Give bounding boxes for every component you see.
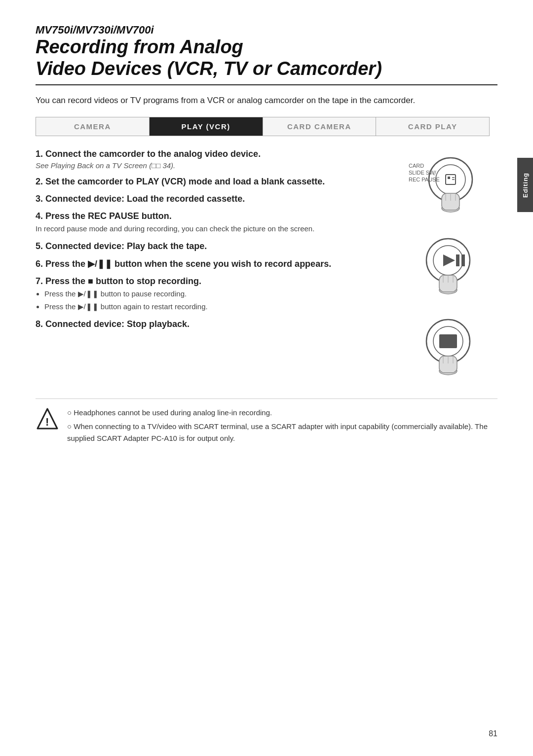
page-number: 81 [489,729,497,738]
step-7-title: 7. Press the ■ button to stop recording. [36,276,384,287]
step-7-bullets: Press the ▶/❚❚ button to pause recording… [44,288,384,312]
play-pause-image-box [409,235,488,304]
step-6: 6. Press the ▶/❚❚ button when the scene … [36,258,384,269]
step-4-title: 4. Press the REC PAUSE button. [36,211,384,221]
page: Editing MV750i/MV730i/MV700i Recording f… [0,0,533,756]
step-8: 8. Connected device: Stop playback. [36,319,384,329]
step-7-bullet-1: Press the ▶/❚❚ button to pause recording… [44,288,384,300]
step-7-bullet-2: Press the ▶/❚❚ button again to restart r… [44,301,384,313]
rec-pause-svg: CARD SLIDE SW/ REC PAUSE [406,154,490,223]
intro-paragraph: You can record videos or TV programs fro… [36,94,497,107]
step-1-sub: See Playing Back on a TV Screen (□□ 34). [36,161,384,170]
step-2-title: 2. Set the camcorder to PLAY (VCR) mode … [36,177,384,187]
step-8-title: 8. Connected device: Stop playback. [36,319,384,329]
step-2: 2. Set the camcorder to PLAY (VCR) mode … [36,177,384,187]
tab-play-vcr[interactable]: PLAY (VCR) [150,117,263,136]
page-title: Recording from Analog Video Devices (VCR… [36,36,497,79]
main-content: 1. Connect the camcorder to the analog v… [36,149,497,385]
stop-image-box [409,316,488,385]
stop-svg [409,316,488,385]
step-3: 3. Connected device: Load the recorded c… [36,194,384,204]
step-1: 1. Connect the camcorder to the analog v… [36,149,384,170]
instructions-list: 1. Connect the camcorder to the analog v… [36,149,399,337]
step-7: 7. Press the ■ button to stop recording.… [36,276,384,312]
title-line2: Video Devices (VCR, TV or Camcorder) [36,58,382,79]
svg-rect-3 [448,177,450,179]
editing-tab: Editing [517,158,533,212]
warning-icon: ! [36,407,59,431]
mode-tabs-bar: CAMERA PLAY (VCR) CARD CAMERA CARD PLAY [36,117,490,136]
model-label: MV750i/MV730i/MV700i [36,24,497,36]
svg-rect-27 [439,334,457,348]
step-4: 4. Press the REC PAUSE button. In record… [36,211,384,235]
svg-rect-19 [461,254,465,266]
step-3-title: 3. Connected device: Load the recorded c… [36,194,384,204]
warning-text: ○ Headphones cannot be used during analo… [67,407,497,446]
svg-text:SLIDE SW/: SLIDE SW/ [409,170,437,176]
step-1-title: 1. Connect the camcorder to the analog v… [36,149,384,159]
tab-card-camera[interactable]: CARD CAMERA [263,117,377,136]
warning-1: ○ Headphones cannot be used during analo… [67,407,497,419]
svg-marker-17 [443,254,455,266]
warning-box: ! ○ Headphones cannot be used during ana… [36,398,497,446]
svg-text:REC PAUSE: REC PAUSE [409,177,440,182]
step-5-title: 5. Connected device: Play back the tape. [36,241,384,252]
side-images: CARD SLIDE SW/ REC PAUSE [399,149,497,385]
svg-text:!: ! [45,416,49,428]
svg-rect-18 [456,254,459,266]
svg-point-1 [436,165,465,194]
svg-text:CARD: CARD [409,163,424,169]
page-header: MV750i/MV730i/MV700i Recording from Anal… [36,24,497,85]
play-pause-svg [409,235,488,304]
step-6-title: 6. Press the ▶/❚❚ button when the scene … [36,258,384,269]
rec-pause-image-box: CARD SLIDE SW/ REC PAUSE [406,154,490,223]
tab-camera[interactable]: CAMERA [36,117,150,136]
step-5: 5. Connected device: Play back the tape. [36,241,384,252]
title-line1: Recording from Analog [36,36,243,57]
tab-card-play[interactable]: CARD PLAY [376,117,489,136]
step-4-detail: In record pause mode and during recordin… [36,223,384,235]
warning-2: ○ When connecting to a TV/video with SCA… [67,421,497,444]
